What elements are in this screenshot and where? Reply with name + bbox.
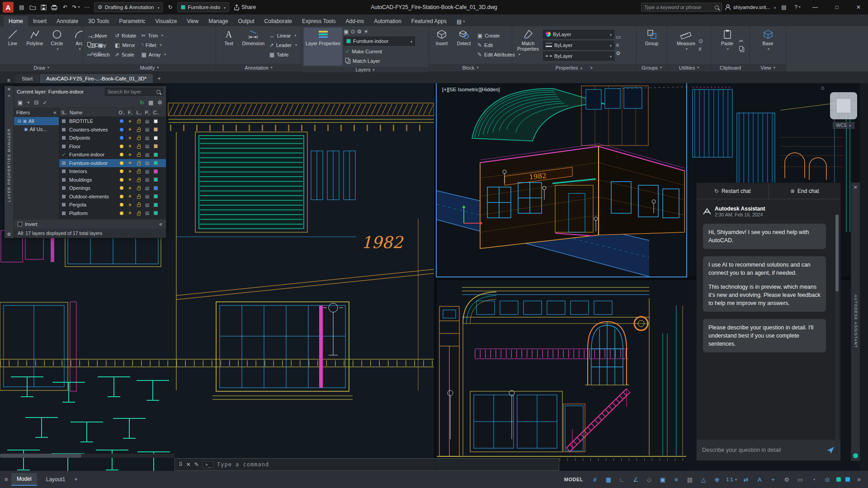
status-menu-icon[interactable]: ≡	[5, 477, 8, 482]
help-search[interactable]	[641, 3, 722, 12]
layer-row[interactable]: Platform	[59, 209, 166, 218]
search-icon[interactable]	[715, 5, 719, 9]
autoscale-icon[interactable]: +	[769, 475, 778, 484]
home-icon[interactable]: ⌂	[821, 85, 824, 90]
plot-icon[interactable]	[143, 169, 151, 174]
quick-calc-icon[interactable]: #	[698, 47, 702, 52]
array-button[interactable]: ▦Array	[139, 50, 168, 59]
layer-row[interactable]: Openings	[59, 184, 166, 192]
layer-on-icon[interactable]	[120, 153, 123, 156]
panel-label-modify[interactable]: Modify	[83, 64, 216, 71]
chat-input[interactable]	[702, 447, 822, 453]
match-layer-button[interactable]: Match Layer	[344, 56, 415, 66]
layer-search-input[interactable]	[108, 89, 155, 94]
freeze-icon[interactable]	[126, 177, 134, 182]
snap-icon[interactable]: ▦	[604, 475, 613, 484]
drawing-tab[interactable]: AutoCAD-FY25_Fire-...-Book-Cafe_01_3D*	[40, 74, 153, 83]
cut-icon[interactable]: ✂	[739, 38, 744, 44]
layer-row[interactable]: Mouldings	[59, 176, 166, 184]
lineweight-dropdown[interactable]: ByLayer	[543, 41, 614, 50]
command-input[interactable]	[217, 461, 555, 468]
color-swatch[interactable]	[154, 136, 158, 140]
layout1-tab[interactable]: Layout1	[41, 474, 71, 485]
close-icon[interactable]: ✕	[854, 185, 857, 190]
lock-icon[interactable]	[137, 179, 141, 182]
layer-row[interactable]: Outdoor-elements	[59, 192, 166, 201]
color-swatch[interactable]	[154, 153, 158, 157]
color-swatch[interactable]	[154, 144, 158, 148]
leader-button[interactable]: ↗Leader	[268, 40, 299, 50]
collapse-icon[interactable]: «	[53, 110, 57, 115]
layer-on-icon[interactable]	[120, 186, 123, 190]
base-button[interactable]: Base	[758, 28, 778, 62]
quick-layer-dropdown[interactable]: Furniture-indo	[177, 2, 229, 12]
scrollbar-thumb[interactable]	[0, 454, 81, 458]
tab-3d-tools[interactable]: 3D Tools	[83, 16, 114, 26]
tab-insert[interactable]: Insert	[28, 16, 52, 26]
freeze-icon[interactable]	[126, 160, 134, 165]
plot-icon[interactable]	[143, 136, 151, 141]
minimize-button[interactable]: —	[806, 0, 825, 14]
autocad-logo[interactable]	[3, 2, 14, 13]
match-properties-button[interactable]: Match Properties	[514, 28, 542, 62]
freeze-icon[interactable]	[126, 119, 134, 124]
layer-on-icon[interactable]	[120, 145, 123, 148]
filter-all[interactable]: ⊟▣All	[14, 117, 59, 125]
hardware-acceleration-icon[interactable]	[845, 477, 850, 482]
layer-on-icon[interactable]	[120, 169, 123, 173]
set-current-icon[interactable]: ✓	[42, 100, 47, 105]
graphics-performance-icon[interactable]	[836, 477, 841, 482]
filter-all-used[interactable]: ▣All Us...	[14, 125, 59, 133]
model-space-button[interactable]: MODEL	[561, 475, 586, 484]
freeze-icon[interactable]	[126, 144, 134, 149]
plot-icon[interactable]	[143, 211, 151, 216]
assistant-side-tab[interactable]: ✕ AUTODESK ASSISTANT	[851, 183, 860, 461]
model-tab[interactable]: Model	[11, 473, 37, 486]
freeze-icon[interactable]	[126, 194, 134, 199]
palette-properties-icon[interactable]: ⚙	[7, 232, 11, 237]
layer-row[interactable]: Counters-shelves	[59, 126, 166, 134]
color-dropdown[interactable]: ByLayer	[543, 30, 614, 39]
ortho-icon[interactable]: ∟	[618, 475, 627, 484]
paste-button[interactable]: Paste	[717, 28, 738, 62]
color-swatch[interactable]	[154, 194, 158, 198]
list-icon[interactable]: ≡	[616, 42, 619, 48]
layer-row[interactable]: Floor	[59, 142, 166, 151]
plot-icon[interactable]	[143, 144, 151, 149]
layer-row-selected[interactable]: Furniture-outdoor	[59, 159, 166, 168]
horizontal-scrollbar[interactable]	[0, 454, 175, 458]
properties-palette-icon[interactable]: ▭	[616, 34, 621, 40]
color-swatch[interactable]	[154, 161, 158, 165]
plot-icon[interactable]	[143, 186, 151, 191]
panel-label-utilities[interactable]: Utilities	[667, 64, 711, 71]
mirror-button[interactable]: ◧Mirror	[113, 40, 138, 50]
viewport-label[interactable]: [+][SE Isometric][Hidden]	[442, 87, 500, 92]
wcs-menu[interactable]: WCS	[833, 122, 854, 129]
lineweight-icon[interactable]: ≡	[672, 475, 681, 484]
tab-annotate[interactable]: Annotate	[52, 16, 83, 26]
end-chat-button[interactable]: ⊗End chat	[769, 183, 841, 199]
freeze-icon[interactable]	[126, 152, 134, 157]
color-swatch[interactable]	[154, 178, 158, 182]
transparency-icon[interactable]: ▧	[685, 475, 694, 484]
layer-search[interactable]	[105, 88, 163, 96]
layer-list-header[interactable]: S..NameO..F..L..P..C..	[59, 108, 166, 117]
send-icon[interactable]	[826, 446, 835, 454]
bottom-viewport-drawing[interactable]	[437, 280, 686, 471]
lock-icon[interactable]	[137, 163, 141, 165]
workspace-selector[interactable]: ⚙ Drafting & Annotation	[94, 2, 163, 12]
save-icon[interactable]	[38, 2, 49, 13]
layer-on-icon[interactable]	[120, 119, 123, 123]
dimension-button[interactable]: Dimension	[241, 28, 266, 62]
grid-icon[interactable]: #	[590, 475, 599, 484]
close-icon[interactable]: ✕	[7, 87, 11, 92]
open-icon[interactable]	[27, 2, 38, 13]
delete-layer-icon[interactable]: ⊟	[34, 100, 38, 105]
layer-row[interactable]: BRDTITLE	[59, 117, 166, 126]
layer-properties-button[interactable]: Layer Properties	[304, 28, 342, 66]
tab-view[interactable]: View	[182, 16, 203, 26]
command-line[interactable]: ⠿ ✕ ✎ >_	[175, 458, 559, 471]
osnap-icon[interactable]: ▣	[658, 475, 667, 484]
polar-icon[interactable]: ∠	[631, 475, 640, 484]
workspace-switch-icon[interactable]: ↻	[165, 2, 175, 13]
